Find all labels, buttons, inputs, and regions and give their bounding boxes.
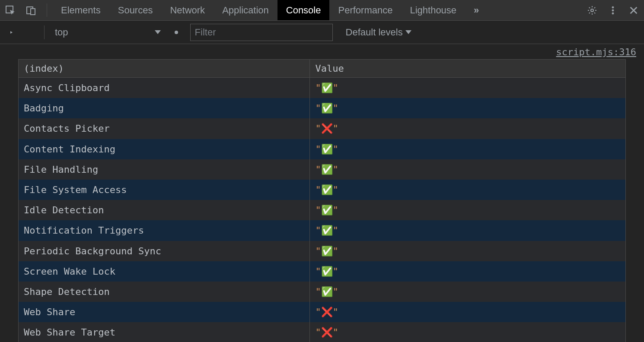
table-row[interactable]: Async Clipboard"✅" bbox=[19, 78, 625, 98]
devtools-tabs: Elements Sources Network Application Con… bbox=[52, 0, 488, 20]
table-row[interactable]: Screen Wake Lock"✅" bbox=[19, 261, 625, 282]
table-cell-index: Async Clipboard bbox=[19, 78, 310, 98]
table-cell-value: "❌" bbox=[310, 322, 625, 342]
execution-context-select[interactable]: top bbox=[51, 27, 165, 38]
tab-console[interactable]: Console bbox=[277, 0, 330, 20]
kebab-menu-icon[interactable] bbox=[603, 0, 623, 20]
divider bbox=[47, 3, 47, 17]
svg-point-9 bbox=[175, 31, 178, 34]
svg-point-6 bbox=[612, 13, 614, 14]
table-row[interactable]: Web Share"❌" bbox=[19, 302, 625, 322]
table-row[interactable]: Web Share Target"❌" bbox=[19, 322, 625, 342]
table-row[interactable]: Shape Detection"✅" bbox=[19, 282, 625, 302]
context-label: top bbox=[55, 27, 68, 38]
tabs-overflow-icon[interactable]: » bbox=[465, 0, 488, 20]
table-cell-value: "✅" bbox=[310, 180, 625, 200]
table-cell-value: "✅" bbox=[310, 220, 625, 241]
table-cell-index: File Handling bbox=[19, 159, 310, 180]
table-cell-index: File System Access bbox=[19, 180, 310, 200]
svg-point-3 bbox=[591, 9, 593, 12]
table-cell-index: Content Indexing bbox=[19, 139, 310, 159]
tab-network[interactable]: Network bbox=[161, 0, 214, 20]
table-header-index[interactable]: (index) bbox=[19, 60, 310, 78]
tab-elements[interactable]: Elements bbox=[52, 0, 109, 20]
table-cell-index: Web Share bbox=[19, 302, 310, 322]
source-link[interactable]: script.mjs:316 bbox=[0, 44, 644, 59]
tab-application[interactable]: Application bbox=[214, 0, 277, 20]
divider bbox=[44, 25, 45, 39]
table-row[interactable]: Periodic Background Sync"✅" bbox=[19, 241, 625, 261]
devtools-tabbar: Elements Sources Network Application Con… bbox=[0, 0, 644, 21]
table-cell-value: "✅" bbox=[310, 261, 625, 282]
gear-icon[interactable] bbox=[582, 0, 603, 20]
close-icon[interactable] bbox=[623, 0, 644, 20]
table-cell-value: "✅" bbox=[310, 139, 625, 159]
svg-point-5 bbox=[612, 10, 614, 11]
table-cell-index: Contacts Picker bbox=[19, 118, 310, 139]
log-levels-select[interactable]: Default levels bbox=[341, 27, 417, 38]
toggle-sidebar-icon[interactable] bbox=[3, 25, 19, 40]
table-cell-index: Periodic Background Sync bbox=[19, 241, 310, 261]
table-cell-value: "✅" bbox=[310, 159, 625, 180]
svg-point-10 bbox=[631, 31, 634, 34]
table-cell-value: "✅" bbox=[310, 241, 625, 261]
table-cell-value: "❌" bbox=[310, 302, 625, 322]
chevron-down-icon bbox=[155, 30, 161, 34]
tab-performance[interactable]: Performance bbox=[329, 0, 401, 20]
table-cell-value: "✅" bbox=[310, 78, 625, 98]
console-output: script.mjs:316 (index) Value Async Clipb… bbox=[0, 44, 644, 342]
table-cell-index: Web Share Target bbox=[19, 322, 310, 342]
table-cell-value: "✅" bbox=[310, 98, 625, 118]
table-row[interactable]: Idle Detection"✅" bbox=[19, 200, 625, 220]
table-cell-index: Badging bbox=[19, 98, 310, 118]
console-table: (index) Value Async Clipboard"✅"Badging"… bbox=[18, 59, 626, 342]
svg-point-8 bbox=[26, 28, 34, 36]
table-cell-index: Notification Triggers bbox=[19, 220, 310, 241]
table-row[interactable]: Badging"✅" bbox=[19, 98, 625, 118]
live-expression-icon[interactable] bbox=[169, 25, 184, 40]
svg-rect-2 bbox=[31, 9, 35, 15]
filter-input[interactable] bbox=[190, 24, 333, 41]
svg-point-4 bbox=[612, 6, 614, 8]
clear-console-icon[interactable] bbox=[22, 25, 38, 40]
chevron-down-icon bbox=[405, 30, 411, 34]
table-row[interactable]: Content Indexing"✅" bbox=[19, 139, 625, 159]
table-row[interactable]: Contacts Picker"❌" bbox=[19, 118, 625, 139]
device-toolbar-icon[interactable] bbox=[21, 0, 41, 20]
inspect-element-icon[interactable] bbox=[0, 0, 21, 20]
table-row[interactable]: File Handling"✅" bbox=[19, 159, 625, 180]
console-toolbar: top Default levels bbox=[0, 21, 644, 44]
table-cell-value: "✅" bbox=[310, 282, 625, 302]
table-row[interactable]: File System Access"✅" bbox=[19, 180, 625, 200]
table-cell-index: Shape Detection bbox=[19, 282, 310, 302]
table-cell-value: "❌" bbox=[310, 118, 625, 139]
tab-lighthouse[interactable]: Lighthouse bbox=[401, 0, 465, 20]
tab-sources[interactable]: Sources bbox=[109, 0, 162, 20]
levels-label: Default levels bbox=[346, 27, 403, 38]
table-cell-value: "✅" bbox=[310, 200, 625, 220]
table-cell-index: Idle Detection bbox=[19, 200, 310, 220]
console-settings-gear-icon[interactable] bbox=[625, 25, 641, 40]
table-row[interactable]: Notification Triggers"✅" bbox=[19, 220, 625, 241]
table-cell-index: Screen Wake Lock bbox=[19, 261, 310, 282]
table-header-value[interactable]: Value bbox=[310, 60, 625, 78]
